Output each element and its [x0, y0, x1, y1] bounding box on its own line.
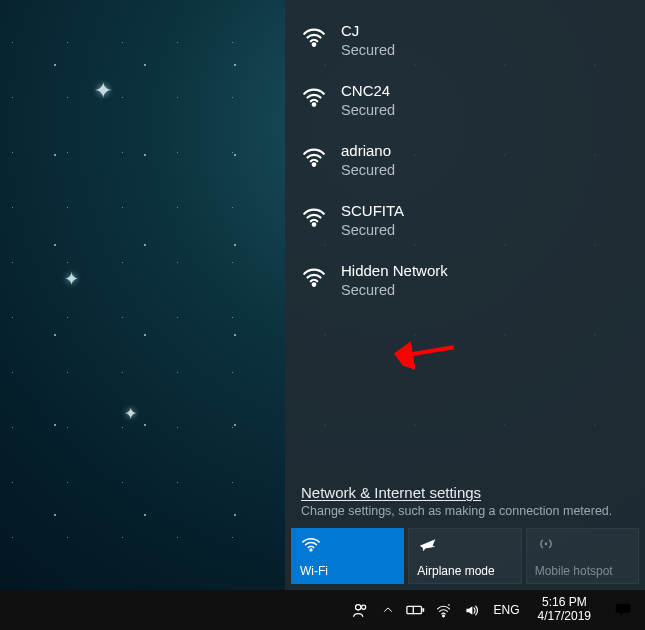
- network-tray-icon[interactable]: *: [432, 590, 456, 630]
- wifi-secured-icon: [301, 144, 327, 170]
- network-status: Secured: [341, 162, 395, 178]
- wallpaper-star: ✦: [124, 404, 137, 423]
- hotspot-toggle[interactable]: Mobile hotspot: [526, 528, 639, 584]
- network-name: SCUFITA: [341, 202, 404, 220]
- network-status: Secured: [341, 102, 395, 118]
- hotspot-toggle-label: Mobile hotspot: [535, 564, 630, 578]
- svg-point-1: [313, 103, 316, 106]
- network-item[interactable]: adriano Secured: [285, 130, 645, 190]
- airplane-toggle-label: Airplane mode: [417, 564, 512, 578]
- wallpaper-star: ✦: [64, 268, 79, 290]
- hotspot-icon: [535, 534, 630, 554]
- svg-rect-10: [407, 606, 422, 613]
- language-indicator[interactable]: ENG: [488, 590, 526, 630]
- network-name: CJ: [341, 22, 395, 40]
- volume-icon[interactable]: [460, 590, 484, 630]
- clock-date: 4/17/2019: [538, 610, 591, 624]
- wifi-icon: [300, 534, 395, 554]
- svg-point-3: [313, 223, 316, 226]
- network-status: Secured: [341, 282, 448, 298]
- wifi-secured-icon: [301, 24, 327, 50]
- quick-actions: Wi-Fi Airplane mode Mobile hotspot: [285, 528, 645, 590]
- network-name: adriano: [341, 142, 395, 160]
- network-settings-section: Network & Internet settings Change setti…: [285, 478, 645, 528]
- wifi-secured-icon: [301, 264, 327, 290]
- network-item-hidden[interactable]: Hidden Network Secured: [285, 250, 645, 310]
- wifi-toggle[interactable]: Wi-Fi: [291, 528, 404, 584]
- network-flyout: CJ Secured CNC24 Secured adriano Secured…: [285, 0, 645, 590]
- network-item[interactable]: CNC24 Secured: [285, 70, 645, 130]
- people-icon[interactable]: [348, 590, 372, 630]
- network-status: Secured: [341, 222, 404, 238]
- taskbar: * ENG 5:16 PM 4/17/2019: [0, 590, 645, 630]
- svg-rect-11: [422, 608, 424, 612]
- svg-point-9: [361, 605, 365, 609]
- wallpaper-star: ✦: [94, 78, 112, 104]
- tray-chevron-icon[interactable]: [376, 590, 400, 630]
- wifi-secured-icon: [301, 84, 327, 110]
- wifi-secured-icon: [301, 204, 327, 230]
- airplane-icon: [417, 534, 512, 554]
- network-status: Secured: [341, 42, 395, 58]
- airplane-toggle[interactable]: Airplane mode: [408, 528, 521, 584]
- network-name: Hidden Network: [341, 262, 448, 280]
- network-list: CJ Secured CNC24 Secured adriano Secured…: [285, 0, 645, 478]
- battery-icon[interactable]: [404, 590, 428, 630]
- network-settings-hint: Change settings, such as making a connec…: [301, 504, 629, 518]
- svg-point-8: [355, 605, 360, 610]
- network-settings-link[interactable]: Network & Internet settings: [301, 484, 481, 501]
- svg-point-6: [544, 543, 547, 546]
- network-item[interactable]: SCUFITA Secured: [285, 190, 645, 250]
- network-name: CNC24: [341, 82, 395, 100]
- clock-time: 5:16 PM: [542, 596, 587, 610]
- network-item[interactable]: CJ Secured: [285, 10, 645, 70]
- clock[interactable]: 5:16 PM 4/17/2019: [530, 590, 599, 630]
- svg-point-2: [313, 163, 316, 166]
- svg-point-4: [313, 283, 316, 286]
- action-center-icon[interactable]: [603, 590, 643, 630]
- svg-point-0: [313, 43, 316, 46]
- svg-point-12: [443, 615, 445, 617]
- wifi-toggle-label: Wi-Fi: [300, 564, 395, 578]
- svg-point-5: [310, 549, 312, 551]
- svg-text:*: *: [448, 602, 451, 608]
